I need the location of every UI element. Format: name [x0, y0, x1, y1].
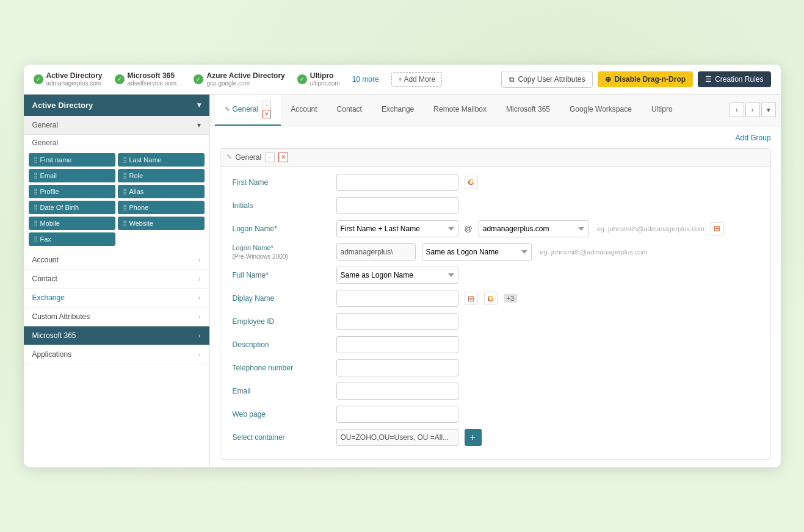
- connector-active-directory[interactable]: ✓ Active Directory admanagerplus.com: [34, 71, 103, 87]
- connector-azure-ad[interactable]: ✓ Azure Active Directory gcp.google.com: [194, 71, 284, 87]
- tab-prev-button[interactable]: ‹: [730, 102, 744, 117]
- container-value-display: OU=ZOHO,OU=Users, OU =All...: [336, 429, 458, 446]
- drag-item-mobile[interactable]: ⣿ Mobile: [29, 217, 115, 230]
- tab-account[interactable]: Account: [281, 99, 327, 121]
- sidebar-item-exchange[interactable]: Exchange ›: [24, 289, 209, 307]
- minimize-btn[interactable]: −: [265, 153, 275, 162]
- add-group-link[interactable]: Add Group: [220, 134, 771, 142]
- disable-drag-drop-button[interactable]: ⊕ Disable Drag-n-Drop: [598, 71, 693, 87]
- sidebar-item-applications[interactable]: Applications ›: [24, 345, 209, 364]
- drag-item-firstname[interactable]: ⣿ First name: [29, 153, 115, 167]
- tab-ultipro[interactable]: Ultipro: [642, 99, 683, 121]
- connector-ad-name: Active Directory: [46, 71, 103, 80]
- display-name-input[interactable]: [336, 290, 458, 307]
- sidebar-item-contact[interactable]: Contact ›: [24, 270, 209, 289]
- connector-ultipro[interactable]: ✓ Ultipro ultipro.com: [297, 71, 340, 87]
- initials-input[interactable]: [336, 197, 458, 214]
- ms-icon: ⊞: [714, 224, 720, 233]
- connector-azure-url: gcp.google.com: [206, 80, 284, 87]
- container-add-button[interactable]: +: [465, 429, 482, 446]
- tab-account-label: Account: [291, 105, 317, 113]
- tab-remote-mailbox[interactable]: Remote Mailbox: [424, 99, 496, 121]
- tab-general[interactable]: ✎ General − ✕: [215, 95, 281, 126]
- sidebar-dropdown-icon[interactable]: ▾: [197, 101, 201, 109]
- chevron-right-icon: ›: [198, 351, 201, 358]
- google-badge2[interactable]: G: [484, 292, 498, 305]
- ms-badge[interactable]: ⊞: [465, 292, 478, 305]
- tab-contact[interactable]: Contact: [327, 99, 372, 121]
- connector-microsoft365[interactable]: ✓ Microsoft 365 adselfservice.onm...: [115, 71, 182, 87]
- check-icon-ad: ✓: [34, 74, 43, 84]
- drag-handle: ⣿: [34, 235, 38, 242]
- copy-user-attributes-button[interactable]: ⧉ Copy User Attributes: [501, 71, 593, 88]
- drag-item-phone[interactable]: ⣿ Phone: [118, 201, 205, 214]
- tab-google-label: Google Workspace: [570, 105, 632, 113]
- drag-item-alias[interactable]: ⣿ Alias: [118, 185, 205, 198]
- connector-ad-url: admanagerplus.com: [46, 80, 103, 87]
- sidebar-item-m365-label: Microsoft 365: [32, 331, 76, 340]
- drag-handle: ⣿: [123, 220, 127, 226]
- check-icon-m365: ✓: [115, 74, 125, 84]
- tab-microsoft365[interactable]: Microsoft 365: [496, 99, 560, 121]
- tab-minimize-icon[interactable]: −: [263, 101, 271, 109]
- tab-nav-arrows: ‹ › ▾: [730, 102, 776, 117]
- email-input[interactable]: [336, 383, 458, 400]
- tab-google-workspace[interactable]: Google Workspace: [560, 99, 642, 121]
- sidebar-item-microsoft365[interactable]: Microsoft 365 ›: [24, 326, 209, 345]
- form-body: First Name G Initials: [220, 167, 770, 460]
- tab-m365-label: Microsoft 365: [506, 105, 550, 113]
- drag-item-lastname-label: Last Name: [129, 156, 162, 164]
- logon-pre2000-select[interactable]: Same as Logon Name: [422, 243, 532, 261]
- drag-handle: ⣿: [34, 204, 38, 210]
- form-row-telephone: Telephone number: [233, 359, 758, 376]
- drag-item-email[interactable]: ⣿ Email: [29, 169, 115, 182]
- sidebar-section-header: General ▾: [24, 116, 209, 135]
- drag-item-lastname[interactable]: ⣿ Last Name: [118, 153, 205, 167]
- drag-item-dob[interactable]: ⣿ Date Of Birth: [29, 201, 115, 214]
- sidebar-item-custom-attrs[interactable]: Custom Attributes ›: [24, 307, 209, 326]
- tab-ultipro-label: Ultipro: [651, 105, 673, 113]
- tab-next-button[interactable]: ›: [745, 102, 760, 117]
- google-icon-badge[interactable]: G: [465, 176, 478, 189]
- at-symbol: @: [465, 224, 473, 233]
- right-panel: ✎ General − ✕ Account Contact Exchange: [210, 95, 781, 468]
- edit-icon: ✎: [225, 106, 230, 113]
- add-more-button[interactable]: + Add More: [391, 72, 443, 87]
- drag-item-alias-label: Alias: [129, 188, 144, 195]
- logon-name-format-select[interactable]: First Name + Last Name: [336, 220, 458, 237]
- copy-btn-label: Copy User Attributes: [518, 75, 585, 84]
- tab-more-button[interactable]: ▾: [761, 102, 776, 117]
- drag-item-profile[interactable]: ⣿ Profile: [29, 185, 115, 198]
- close-btn[interactable]: ✕: [278, 153, 288, 162]
- creation-rules-button[interactable]: ☰ Creation Rules: [698, 71, 770, 87]
- drag-item-website[interactable]: ⣿ Website: [118, 217, 205, 230]
- connector-ultipro-name: Ultipro: [310, 71, 340, 80]
- chevron-right-icon: ›: [198, 275, 201, 282]
- drag-item-email-label: Email: [40, 172, 57, 179]
- full-name-select[interactable]: Same as Logon Name: [336, 267, 458, 284]
- content-area: Active Directory ▾ General ▾ General ⣿ F…: [24, 95, 781, 468]
- drag-grid: ⣿ First name ⣿ Last Name ⣿ Email ⣿ Role …: [24, 151, 209, 251]
- sidebar-section-label: General: [32, 121, 59, 129]
- tab-general-label: General: [233, 105, 259, 113]
- drag-item-role[interactable]: ⣿ Role: [118, 169, 205, 182]
- drag-item-fax[interactable]: ⣿ Fax: [29, 232, 115, 246]
- employee-id-input[interactable]: [336, 313, 458, 330]
- description-input[interactable]: [336, 336, 458, 353]
- initials-label: Initials: [233, 201, 330, 210]
- drag-handle: ⣿: [34, 156, 38, 163]
- telephone-input[interactable]: [336, 359, 458, 376]
- drag-item-firstname-label: First name: [40, 156, 72, 164]
- logon-domain-select[interactable]: admanagerplus.com: [479, 220, 589, 237]
- microsoft-icon-badge[interactable]: ⊞: [711, 222, 724, 235]
- logon-name-label: Logon Name*: [233, 225, 330, 233]
- sidebar-item-account[interactable]: Account ›: [24, 251, 209, 270]
- webpage-input[interactable]: [336, 406, 458, 423]
- form-row-logon-pre2000: Logon Name*(Pre-Windows 2000) admanagerp…: [233, 243, 758, 261]
- chevron-right-icon: ›: [198, 332, 201, 339]
- more-link[interactable]: 10 more: [352, 75, 379, 84]
- employee-id-label: Employee ID: [233, 317, 330, 326]
- tab-close-icon[interactable]: ✕: [263, 110, 271, 118]
- first-name-input[interactable]: [336, 174, 458, 191]
- tab-exchange[interactable]: Exchange: [372, 99, 424, 121]
